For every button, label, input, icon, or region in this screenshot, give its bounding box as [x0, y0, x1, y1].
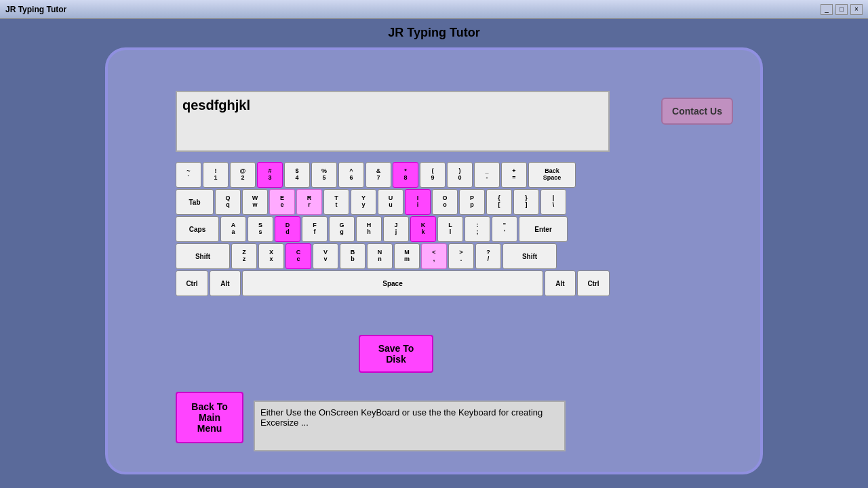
- key-o[interactable]: Oo: [432, 189, 458, 215]
- key-alt-right[interactable]: Alt: [545, 270, 576, 296]
- key-r[interactable]: Rr: [296, 189, 322, 215]
- key-1[interactable]: !1: [203, 162, 229, 188]
- contact-us-button[interactable]: Contact Us: [661, 98, 733, 125]
- key-period[interactable]: >.: [448, 243, 474, 269]
- key-tab[interactable]: Tab: [176, 189, 214, 215]
- key-s[interactable]: Ss: [248, 216, 273, 242]
- app-title: JR Typing Tutor: [0, 26, 868, 40]
- keyboard-row-4: Shift Zz Xx Cc Vv Bb Nn Mm <, >. ?/ Shif…: [176, 243, 610, 269]
- key-e[interactable]: Ee: [269, 189, 295, 215]
- key-minus[interactable]: _-: [474, 162, 500, 188]
- close-button[interactable]: ×: [850, 4, 863, 15]
- key-x[interactable]: Xx: [258, 243, 284, 269]
- key-5[interactable]: %5: [311, 162, 337, 188]
- key-slash[interactable]: ?/: [475, 243, 501, 269]
- maximize-button[interactable]: □: [835, 4, 848, 15]
- back-to-main-menu-button[interactable]: Back ToMain Menu: [176, 392, 243, 443]
- info-text-box: Either Use the OnScreen KeyBoard or use …: [254, 401, 566, 451]
- key-6[interactable]: ^6: [338, 162, 364, 188]
- key-j[interactable]: Jj: [383, 216, 409, 242]
- title-bar: JR Typing Tutor _ □ ×: [0, 0, 868, 19]
- key-p[interactable]: Pp: [459, 189, 485, 215]
- key-4[interactable]: $4: [284, 162, 310, 188]
- key-7[interactable]: &7: [366, 162, 391, 188]
- key-h[interactable]: Hh: [356, 216, 382, 242]
- key-f[interactable]: Ff: [302, 216, 328, 242]
- key-alt-left[interactable]: Alt: [210, 270, 241, 296]
- key-close-bracket[interactable]: }]: [513, 189, 539, 215]
- key-open-bracket[interactable]: {[: [486, 189, 512, 215]
- key-3[interactable]: #3: [257, 162, 283, 188]
- key-l[interactable]: Ll: [437, 216, 463, 242]
- key-u[interactable]: Uu: [378, 189, 403, 215]
- key-n[interactable]: Nn: [367, 243, 393, 269]
- on-screen-keyboard: ~` !1 @2 #3 $4 %5 ^6 &7 *8 (9 )0 _- += B…: [176, 162, 610, 298]
- key-y[interactable]: Yy: [351, 189, 376, 215]
- key-8[interactable]: *8: [393, 162, 418, 188]
- key-backslash[interactable]: |\: [540, 189, 566, 215]
- key-q[interactable]: Qq: [215, 189, 241, 215]
- key-b[interactable]: Bb: [340, 243, 366, 269]
- key-0[interactable]: )0: [447, 162, 473, 188]
- key-m[interactable]: Mm: [394, 243, 420, 269]
- key-comma[interactable]: <,: [421, 243, 447, 269]
- key-9[interactable]: (9: [420, 162, 446, 188]
- key-2[interactable]: @2: [230, 162, 256, 188]
- key-g[interactable]: Gg: [329, 216, 355, 242]
- key-ctrl-right[interactable]: Ctrl: [577, 270, 610, 296]
- keyboard-row-5: Ctrl Alt Space Alt Ctrl: [176, 270, 610, 296]
- key-c[interactable]: Cc: [285, 243, 311, 269]
- key-d[interactable]: Dd: [275, 216, 300, 242]
- key-ctrl-left[interactable]: Ctrl: [176, 270, 208, 296]
- key-quote[interactable]: "': [492, 216, 517, 242]
- key-shift-right[interactable]: Shift: [502, 243, 557, 269]
- key-space[interactable]: Space: [242, 270, 543, 296]
- minimize-button[interactable]: _: [821, 4, 833, 15]
- key-enter[interactable]: Enter: [519, 216, 568, 242]
- main-container: qesdfghjkl Contact Us ~` !1 @2 #3 $4 %5 …: [105, 47, 763, 474]
- keyboard-row-2: Tab Qq Ww Ee Rr Tt Yy Uu Ii Oo Pp {[ }] …: [176, 189, 610, 215]
- key-i[interactable]: Ii: [405, 189, 431, 215]
- text-input-area[interactable]: qesdfghjkl: [176, 91, 610, 152]
- save-to-disk-button[interactable]: Save ToDisk: [359, 335, 433, 373]
- key-caps[interactable]: Caps: [176, 216, 219, 242]
- key-backspace[interactable]: BackSpace: [528, 162, 576, 188]
- key-v[interactable]: Vv: [313, 243, 338, 269]
- key-z[interactable]: Zz: [231, 243, 257, 269]
- keyboard-row-3: Caps Aa Ss Dd Ff Gg Hh Jj Kk Ll :; "' En…: [176, 216, 610, 242]
- key-tilde[interactable]: ~`: [176, 162, 201, 188]
- key-shift-left[interactable]: Shift: [176, 243, 230, 269]
- title-bar-buttons: _ □ ×: [821, 4, 863, 15]
- key-semicolon[interactable]: :;: [465, 216, 490, 242]
- key-w[interactable]: Ww: [242, 189, 268, 215]
- key-a[interactable]: Aa: [220, 216, 246, 242]
- key-t[interactable]: Tt: [323, 189, 349, 215]
- key-k[interactable]: Kk: [410, 216, 436, 242]
- title-bar-text: JR Typing Tutor: [5, 5, 66, 14]
- key-equals[interactable]: +=: [501, 162, 527, 188]
- keyboard-row-1: ~` !1 @2 #3 $4 %5 ^6 &7 *8 (9 )0 _- += B…: [176, 162, 610, 188]
